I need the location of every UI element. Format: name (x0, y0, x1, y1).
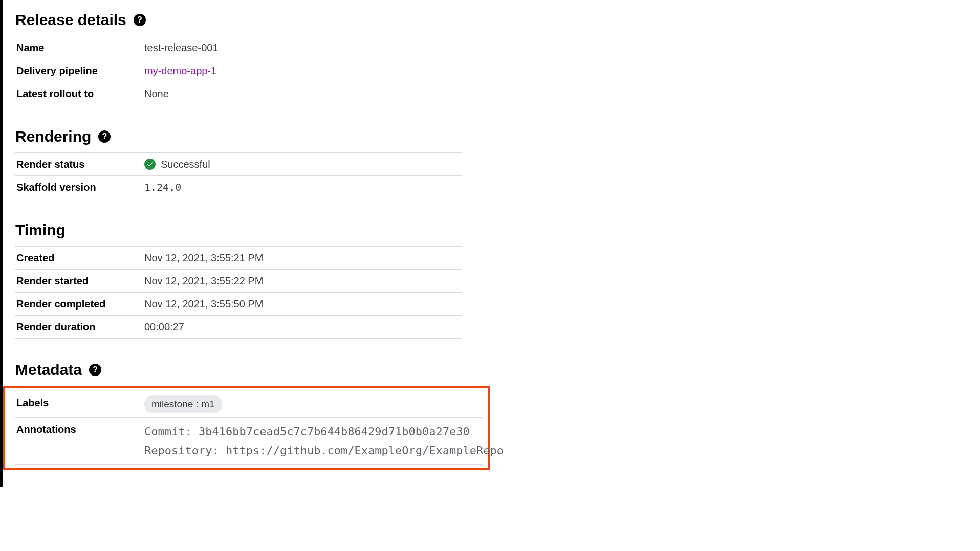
pipeline-row: Delivery pipeline my-demo-app-1 (15, 59, 462, 82)
status-badge: Successful (144, 157, 210, 171)
metadata-title: Metadata (15, 361, 82, 379)
help-icon[interactable]: ? (134, 14, 146, 26)
labels-row: Labels milestone : m1 (15, 391, 483, 418)
latest-rollout-label: Latest rollout to (15, 82, 143, 105)
skaffold-value: 1.24.0 (143, 176, 462, 199)
name-row: Name test-release-001 (15, 36, 462, 59)
name-value: test-release-001 (143, 36, 462, 59)
release-details-section: Release details ? Name test-release-001 … (15, 11, 462, 105)
render-started-row: Render started Nov 12, 2021, 3:55:22 PM (15, 270, 462, 293)
release-details-title: Release details (15, 11, 126, 29)
render-completed-row: Render completed Nov 12, 2021, 3:55:50 P… (15, 293, 462, 316)
rendering-section: Rendering ? Render status Successful Ska… (15, 128, 462, 199)
rendering-title: Rendering (15, 128, 91, 145)
pipeline-label: Delivery pipeline (15, 59, 143, 82)
latest-rollout-value: None (143, 82, 462, 105)
check-icon (144, 159, 156, 170)
created-label: Created (15, 247, 143, 270)
latest-rollout-row: Latest rollout to None (15, 82, 462, 105)
metadata-highlight: Labels milestone : m1 Annotations Commit… (3, 386, 490, 470)
pipeline-link[interactable]: my-demo-app-1 (144, 65, 216, 77)
render-duration-row: Render duration 00:00:27 (15, 316, 462, 339)
render-started-value: Nov 12, 2021, 3:55:22 PM (143, 270, 462, 293)
timing-title: Timing (15, 222, 66, 239)
annotation-commit: Commit: 3b416bb7cead5c7c7b644b86429d71b0… (144, 422, 482, 441)
timing-section: Timing Created Nov 12, 2021, 3:55:21 PM … (15, 222, 462, 339)
render-status-value: Successful (161, 157, 210, 171)
render-status-label: Render status (15, 153, 143, 176)
render-status-row: Render status Successful (15, 153, 462, 176)
labels-label: Labels (15, 391, 143, 418)
skaffold-row: Skaffold version 1.24.0 (15, 176, 462, 199)
created-value: Nov 12, 2021, 3:55:21 PM (143, 247, 462, 270)
skaffold-label: Skaffold version (15, 176, 143, 199)
render-completed-label: Render completed (15, 293, 143, 316)
annotations-label: Annotations (15, 417, 143, 465)
label-chip: milestone : m1 (144, 395, 222, 413)
annotations-row: Annotations Commit: 3b416bb7cead5c7c7b64… (15, 417, 483, 465)
name-label: Name (15, 36, 143, 59)
annotation-repo: Repository: https://github.com/ExampleOr… (144, 441, 482, 460)
render-duration-value: 00:00:27 (143, 316, 462, 339)
render-completed-value: Nov 12, 2021, 3:55:50 PM (143, 293, 462, 316)
render-started-label: Render started (15, 270, 143, 293)
metadata-section: Metadata ? Labels milestone : m1 Annotat… (15, 361, 462, 470)
help-icon[interactable]: ? (89, 364, 101, 376)
created-row: Created Nov 12, 2021, 3:55:21 PM (15, 247, 462, 270)
help-icon[interactable]: ? (98, 130, 111, 143)
render-duration-label: Render duration (15, 316, 143, 339)
